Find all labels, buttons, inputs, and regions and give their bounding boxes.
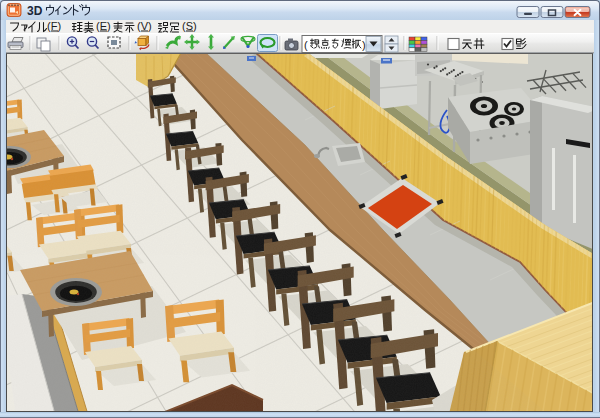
svg-text:(E): (E) [96,20,111,32]
svg-text:(F): (F) [47,20,61,32]
svg-text:): ) [362,39,366,51]
svg-text:3D: 3D [27,4,43,18]
svg-text:(: ( [304,39,308,51]
svg-text:(S): (S) [182,20,197,32]
svg-text:(V): (V) [137,20,152,32]
